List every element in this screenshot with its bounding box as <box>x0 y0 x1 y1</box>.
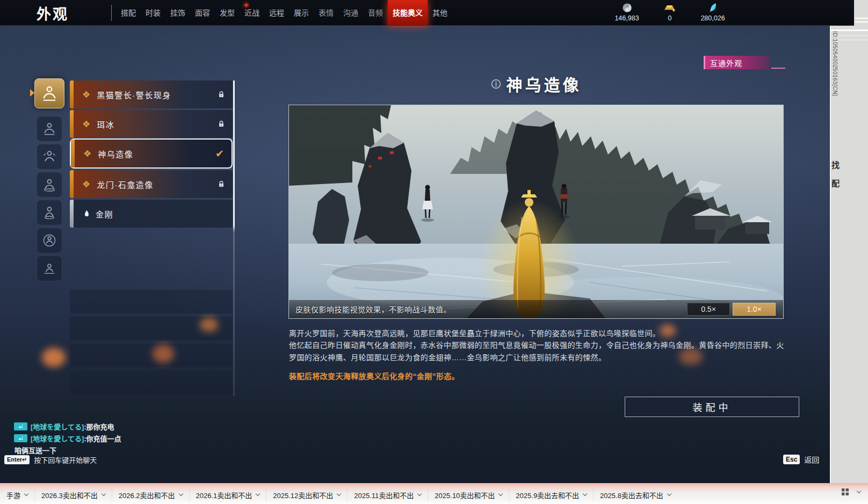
esc-keycap[interactable]: Esc <box>783 455 800 464</box>
skin-notice-text: 皮肤仅影响技能视觉效果，不影响战斗数值。 <box>295 304 451 315</box>
equipped-button[interactable]: 装配中 <box>625 397 799 417</box>
session-id-text: ID:10505400250163[CN] <box>832 31 838 96</box>
equipped-check-icon: ✔ <box>215 148 224 160</box>
clipped-text-2: 配 <box>831 177 840 188</box>
equip-warning-text: 装配后将改变天海释放奥义后化身的“金刚”形态。 <box>289 370 789 382</box>
row-accent-bar <box>70 110 74 138</box>
skin-preview-image: 皮肤仅影响技能视觉效果，不影响战斗数值。 0.5× 1.0× <box>288 105 784 319</box>
rail-item-form-5[interactable] <box>37 200 62 225</box>
rail-item-form-6[interactable] <box>37 228 62 253</box>
chat-panel: [地球を愛してる] :那你充电 [地球を愛してる] :你充值一点 咱俩互送一下 <box>14 420 121 456</box>
empty-list-slot <box>70 317 233 340</box>
screen: ID:10505400250163[CN] 找 配 外观 搭配 时装 挂饰 面容… <box>0 0 868 504</box>
chat-message: [地球を愛してる] :那你充电 <box>14 420 121 432</box>
enter-keycap[interactable]: Enter↵ <box>4 455 30 464</box>
chat-channel-icon <box>14 434 27 442</box>
default-drop-icon <box>84 210 89 218</box>
tab-other[interactable]: 其他 <box>428 0 452 26</box>
row-accent-bar <box>71 140 75 167</box>
currency-gold-ingot[interactable]: 0 <box>654 2 685 22</box>
empty-list-slot <box>70 344 233 367</box>
gold-ingot-icon <box>664 2 676 13</box>
taskbar-item-2025-9[interactable]: 2025.9卖出去和不出 <box>509 488 594 501</box>
list-item-longmen-stone-statue[interactable]: ❖ 龙门·石龛造像 <box>70 170 233 198</box>
chat-message: 咱俩互送一下 <box>15 444 121 456</box>
taskbar-item-2026-2[interactable]: 2026.2卖出和不出 <box>112 488 190 501</box>
skin-description: 离开火罗国前，天海再次登高远眺，见那巨鹰状堡垒矗立于绿洲中心，下俯的姿态似乎正欲… <box>289 327 789 383</box>
tab-skill-ultimate[interactable]: 技能奥义 <box>388 0 428 26</box>
chat-channel-icon <box>14 422 27 430</box>
rail-item-form-3[interactable] <box>37 144 62 170</box>
chevron-down-icon <box>417 492 422 496</box>
skill-skin-diamond-icon: ❖ <box>82 120 90 129</box>
feather-icon <box>709 2 717 13</box>
tab-costume[interactable]: 时装 <box>141 0 165 26</box>
desktop-taskbar: 手游 2026.3卖出和不出 2026.2卖出和不出 2026.1卖出和不出 2… <box>0 483 868 504</box>
tab-hairstyle[interactable]: 发型 <box>215 0 240 26</box>
back-control: Esc 返回 <box>783 454 819 465</box>
tab-outfit-match[interactable]: 搭配 <box>116 0 141 26</box>
scale-0-5x-button[interactable]: 0.5× <box>687 303 730 316</box>
lock-icon <box>218 180 225 188</box>
lock-icon <box>218 91 225 98</box>
description-line-2: 他忆起自己昨日催动真气化身金刚时，赤水谷中那微弱的至阳气息竟催动一股极强的生命力… <box>289 339 789 363</box>
chevron-down-icon <box>337 492 341 496</box>
row-accent-bar <box>70 81 74 108</box>
chat-hint-text: 按下回车键开始聊天 <box>34 455 97 465</box>
rail-item-form-7[interactable] <box>37 255 62 281</box>
list-scrollbar[interactable] <box>233 81 235 396</box>
lock-icon <box>218 120 225 128</box>
tab-ranged[interactable]: 远程 <box>264 0 289 26</box>
tab-accessory[interactable]: 挂饰 <box>165 0 190 26</box>
page-title-appearance: 外观 <box>37 3 69 24</box>
list-item-black-cat-sheriff[interactable]: ❖ 黑猫警长·警长现身 <box>70 81 233 108</box>
top-tab-bar: 搭配 时装 挂饰 面容 发型 近战 远程 展示 表情 沟通 音频 技能奥义 其他 <box>116 0 452 26</box>
taskbar-item-2025-10[interactable]: 2025.10卖出和不出 <box>428 488 509 501</box>
skill-skin-diamond-icon: ❖ <box>82 90 90 99</box>
taskbar-item-2026-1[interactable]: 2026.1卖出和不出 <box>190 488 267 501</box>
chevron-down-icon <box>178 492 183 496</box>
list-item-vajra-default[interactable]: 金刚 <box>70 200 233 228</box>
new-content-sparkle-icon: ✦ <box>243 1 250 10</box>
chevron-down-icon <box>583 492 587 496</box>
chevron-down-icon <box>857 488 861 493</box>
currency-feather-value: 280,026 <box>700 14 725 22</box>
currency-feather[interactable]: 280,026 <box>697 2 728 22</box>
taskbar-grid-menu[interactable] <box>842 488 860 495</box>
list-item-divine-crow-statue-selected[interactable]: ❖ 神乌造像 ✔ <box>70 138 233 169</box>
chat-input-hint: Enter↵ 按下回车键开始聊天 <box>4 455 97 465</box>
tab-face[interactable]: 面容 <box>190 0 215 26</box>
tab-communication[interactable]: 沟通 <box>338 0 363 26</box>
taskbar-item-2025-8[interactable]: 2025.8卖出去和不出 <box>594 488 677 501</box>
scale-1-0x-button[interactable]: 1.0× <box>733 303 776 316</box>
interop-appearance-badge: 互通外观 <box>704 56 770 69</box>
chat-message: [地球を愛してる] :你充值一点 <box>14 432 121 444</box>
skill-skin-diamond-icon: ❖ <box>82 180 90 189</box>
back-label[interactable]: 返回 <box>804 454 819 465</box>
rail-item-form-2[interactable] <box>37 116 62 142</box>
currency-coin[interactable]: 146,983 <box>611 2 642 22</box>
taskbar-item-2025-11[interactable]: 2025.11卖出和不出 <box>348 488 428 501</box>
chevron-down-icon <box>667 492 671 496</box>
taskbar-item-mobile-game[interactable]: 手游 <box>0 488 35 501</box>
rail-item-form-4[interactable] <box>37 172 62 198</box>
background-window-strip: ID:10505400250163[CN] 找 配 <box>830 0 868 483</box>
selected-arrow-icon <box>30 89 34 97</box>
tab-showcase[interactable]: 展示 <box>289 0 314 26</box>
skin-title: 神乌造像 <box>288 72 784 96</box>
clipped-text-1: 找 <box>831 159 840 170</box>
chevron-down-icon <box>24 492 28 496</box>
taskbar-item-2025-12[interactable]: 2025.12卖出和不出 <box>266 488 348 501</box>
empty-list-slot <box>70 290 233 313</box>
taskbar-item-2026-3[interactable]: 2026.3卖出和不出 <box>35 488 112 501</box>
info-icon[interactable] <box>491 79 501 89</box>
rail-item-vajra-form-selected[interactable] <box>34 78 64 108</box>
description-line-1: 离开火罗国前，天海再次登高远眺，见那巨鹰状堡垒矗立于绿洲中心，下俯的姿态似乎正欲… <box>289 327 789 339</box>
chevron-down-icon <box>256 492 260 496</box>
list-item-erbing[interactable]: ❖ 珥冰 <box>70 110 233 138</box>
taichi-coin-icon <box>622 2 632 13</box>
tab-audio[interactable]: 音频 <box>363 0 388 26</box>
lantern-glow <box>42 348 66 367</box>
taskbar-items: 手游 2026.3卖出和不出 2026.2卖出和不出 2026.1卖出和不出 2… <box>0 488 677 501</box>
tab-emote[interactable]: 表情 <box>314 0 338 26</box>
